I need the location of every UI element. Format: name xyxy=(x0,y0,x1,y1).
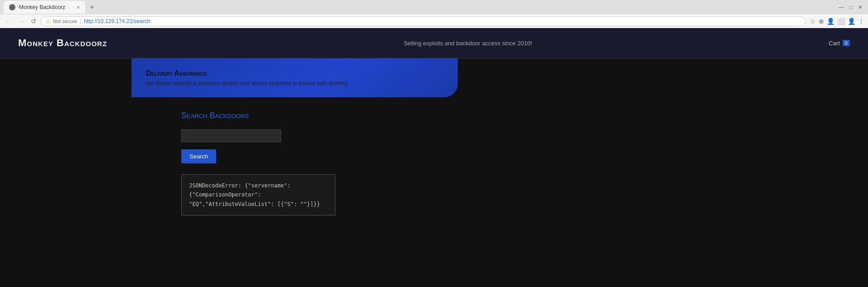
not-secure-label: Not secure xyxy=(53,19,77,24)
profile-icon[interactable]: 👤 xyxy=(827,18,834,25)
delivery-title: Delivery Assurance xyxy=(146,69,443,77)
page-content: Monkey Backdoorz Selling exploits and ba… xyxy=(0,28,868,287)
address-separator: | xyxy=(80,18,81,24)
browser-close-icon[interactable]: ✕ xyxy=(858,4,864,10)
search-button[interactable]: Search xyxy=(181,149,216,163)
main-content: Search Backdoors Search JSONDecodeError:… xyxy=(0,97,868,215)
nav-bar: ← → ↺ ⚠ Not secure | http://10.129.174.2… xyxy=(0,14,868,28)
back-button[interactable]: ← xyxy=(4,17,14,26)
browser-minimize-icon[interactable]: — xyxy=(839,4,848,10)
forward-button[interactable]: → xyxy=(16,17,26,26)
cart-label: Cart xyxy=(829,40,840,47)
error-box: JSONDecodeError: {"servername": {"Compar… xyxy=(181,174,335,215)
search-heading: Search Backdoors xyxy=(181,111,868,120)
cart-count-badge: 0 xyxy=(843,40,850,46)
delivery-banner: Delivery Assurance We deliver exploits &… xyxy=(131,58,458,97)
browser-chrome: Monkey Backdoorz × + — □ ✕ ← → ↺ ⚠ Not s… xyxy=(0,0,868,28)
address-text: http://10.129.174.22/search xyxy=(84,18,150,24)
browser-actions: ☆ ⊕ 👤 ⬜ 👤 ⋮ xyxy=(810,18,864,25)
extensions-icon[interactable]: ⊕ xyxy=(819,18,824,25)
bookmark-icon[interactable]: ☆ xyxy=(810,18,816,25)
tab-title: Monkey Backdoorz xyxy=(19,4,65,10)
site-title: Monkey Backdoorz xyxy=(18,37,107,49)
browser-maximize-icon[interactable]: □ xyxy=(849,4,856,10)
error-message: JSONDecodeError: {"servername": {"Compar… xyxy=(189,182,320,207)
tab-favicon xyxy=(9,4,15,10)
user-profile-icon[interactable]: 👤 xyxy=(848,18,855,25)
active-tab[interactable]: Monkey Backdoorz × xyxy=(4,1,85,14)
site-header: Monkey Backdoorz Selling exploits and ba… xyxy=(0,28,868,58)
reload-button[interactable]: ↺ xyxy=(29,17,38,26)
menu-icon[interactable]: ⋮ xyxy=(858,18,864,25)
site-tagline: Selling exploits and backdoor access sin… xyxy=(404,40,532,47)
search-input[interactable] xyxy=(181,129,281,142)
tab-bar: Monkey Backdoorz × + — □ ✕ xyxy=(0,0,868,14)
new-tab-button[interactable]: + xyxy=(87,3,97,11)
tab-close-button[interactable]: × xyxy=(77,5,80,10)
cart-area[interactable]: Cart 0 xyxy=(829,40,850,47)
address-bar[interactable]: ⚠ Not secure | http://10.129.174.22/sear… xyxy=(41,16,805,26)
security-warning-icon: ⚠ xyxy=(46,19,50,24)
delivery-subtitle: We deliver exploits & backdoor details o… xyxy=(146,80,443,86)
split-view-icon[interactable]: ⬜ xyxy=(837,18,845,25)
